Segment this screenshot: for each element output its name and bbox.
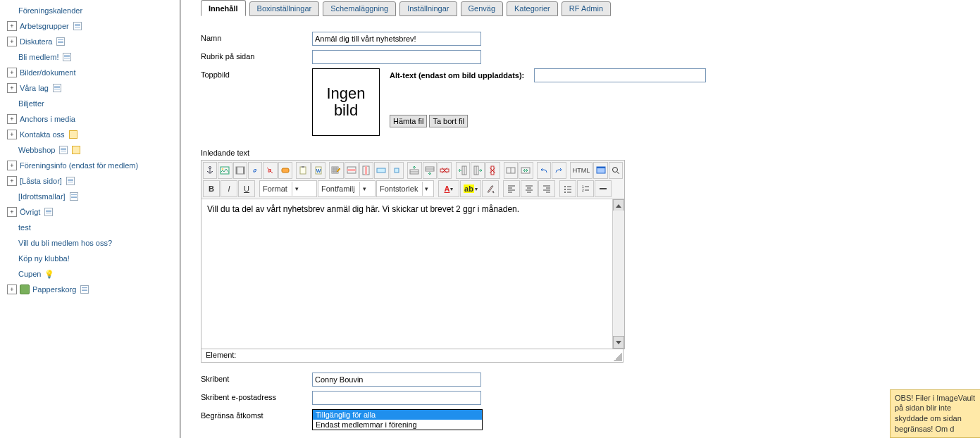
page-icon: [44, 208, 53, 216]
input-rubrik[interactable]: [312, 50, 481, 64]
editor-textarea[interactable]: Vill du ta del av vårt nyhetsbrev anmäl …: [201, 199, 612, 349]
table-edit-icon[interactable]: [329, 162, 343, 179]
resize-handle-icon[interactable]: [614, 353, 622, 361]
tab-boxinställningar[interactable]: Boxinställningar: [249, 1, 320, 16]
access-listbox[interactable]: Tillgänglig för alla Endast medlemmar i …: [312, 409, 483, 430]
film-icon[interactable]: [233, 162, 247, 179]
row-after-icon[interactable]: [423, 162, 437, 179]
delete-col-icon[interactable]: [485, 162, 500, 179]
image-placeholder[interactable]: Ingen bild: [312, 68, 380, 136]
sidebar-item-15[interactable]: Vill du bli medlem hos oss?: [0, 235, 179, 251]
removeformat-icon[interactable]: [482, 180, 499, 197]
col-after-icon[interactable]: [471, 162, 485, 179]
paste-icon[interactable]: [296, 162, 310, 179]
link-button-icon[interactable]: [278, 162, 292, 179]
align-left-icon[interactable]: [503, 180, 520, 197]
textcolor-button[interactable]: A▾: [438, 180, 459, 197]
sidebar-item-8[interactable]: +Kontakta oss: [0, 127, 179, 142]
remove-file-button[interactable]: Ta bort fil: [429, 115, 468, 127]
bold-button[interactable]: B: [203, 180, 220, 197]
number-list-icon[interactable]: 12: [577, 180, 594, 197]
image-icon[interactable]: [218, 162, 232, 179]
split-cell-icon[interactable]: [504, 162, 518, 179]
input-epost[interactable]: [312, 391, 481, 405]
sidebar-item-1[interactable]: +Arbetsgrupper: [0, 18, 179, 34]
sidebar-item-17[interactable]: Cupen💡: [0, 266, 179, 282]
anchor-icon[interactable]: [203, 162, 217, 179]
preview-icon[interactable]: [593, 162, 607, 179]
input-alttext[interactable]: [534, 68, 706, 82]
expand-icon[interactable]: +: [7, 207, 17, 217]
sidebar-item-10[interactable]: +Föreningsinfo (endast för medlem): [0, 158, 179, 173]
delete-row-icon[interactable]: [438, 162, 452, 179]
expand-icon[interactable]: +: [7, 83, 17, 93]
merge-cell-icon[interactable]: [519, 162, 533, 179]
input-skribent[interactable]: [312, 373, 481, 387]
cell-props-icon[interactable]: [390, 162, 404, 179]
sidebar-item-6[interactable]: Biljetter: [0, 96, 179, 111]
col-before-icon[interactable]: [456, 162, 470, 179]
svg-rect-17: [395, 168, 399, 173]
sidebar-item-14[interactable]: test: [0, 220, 179, 235]
sidebar-item-7[interactable]: +Anchors i media: [0, 111, 179, 127]
expand-spacer: [7, 192, 15, 201]
fontsize-select[interactable]: Fontstorlek▾: [376, 180, 434, 197]
access-option-all[interactable]: Tillgänglig för alla: [313, 410, 482, 420]
align-right-icon[interactable]: [538, 180, 555, 197]
sidebar-item-13[interactable]: +Övrigt: [0, 204, 179, 220]
tab-kategorier[interactable]: Kategorier: [507, 1, 558, 16]
sidebar-item-4[interactable]: +Bilder/dokument: [0, 65, 179, 80]
html-button[interactable]: HTML: [570, 162, 593, 179]
expand-icon[interactable]: +: [7, 37, 17, 46]
expand-icon[interactable]: +: [7, 114, 17, 124]
label-skribent: Skribent: [201, 373, 312, 383]
search-icon[interactable]: [609, 162, 623, 179]
hr-icon[interactable]: [595, 180, 612, 197]
expand-spacer: [7, 270, 15, 278]
input-name[interactable]: [312, 32, 481, 46]
expand-icon[interactable]: +: [7, 21, 17, 31]
scroll-down-icon[interactable]: [613, 336, 624, 349]
link-icon[interactable]: [248, 162, 262, 179]
sidebar-item-11[interactable]: +[Låsta sidor]: [0, 173, 179, 189]
table-delete-row-icon[interactable]: [345, 162, 359, 179]
redo-icon[interactable]: [552, 162, 566, 179]
align-center-icon[interactable]: [521, 180, 538, 197]
tab-rf admin[interactable]: RF Admin: [562, 1, 611, 16]
sidebar-item-0[interactable]: Föreningskalender: [0, 3, 179, 18]
unlink-icon[interactable]: [263, 162, 277, 179]
page-icon: [53, 84, 61, 92]
table-delete-col-icon[interactable]: [359, 162, 373, 179]
tab-innehåll[interactable]: Innehåll: [201, 0, 246, 16]
expand-icon[interactable]: +: [7, 284, 17, 294]
paste-word-icon[interactable]: W: [311, 162, 325, 179]
svg-point-30: [564, 189, 566, 190]
tab-inställningar[interactable]: Inställningar: [399, 1, 457, 16]
sidebar-item-9[interactable]: Webbshop: [0, 142, 179, 158]
expand-icon[interactable]: +: [7, 130, 17, 139]
sidebar-item-12[interactable]: [Idrottsmallar]: [0, 189, 179, 204]
bullet-list-icon[interactable]: [559, 180, 576, 197]
format-select[interactable]: Format▾: [259, 180, 317, 197]
sidebar-item-5[interactable]: +Våra lag: [0, 80, 179, 96]
row-before-icon[interactable]: [407, 162, 421, 179]
sidebar-item-3[interactable]: Bli medlem!: [0, 49, 179, 65]
editor-scrollbar[interactable]: [612, 199, 624, 349]
fetch-file-button[interactable]: Hämta fil: [390, 115, 427, 127]
editor-toolbar: W: [201, 161, 624, 199]
row-props-icon[interactable]: [374, 162, 388, 179]
tab-schemaläggning[interactable]: Schemaläggning: [323, 1, 396, 16]
italic-button[interactable]: I: [221, 180, 237, 197]
fontfamily-select[interactable]: Fontfamilj▾: [318, 180, 376, 197]
sidebar-item-2[interactable]: +Diskutera: [0, 34, 179, 49]
expand-icon[interactable]: +: [7, 176, 17, 186]
expand-icon[interactable]: +: [7, 161, 17, 170]
underline-button[interactable]: U: [238, 180, 255, 197]
highlight-button[interactable]: ab▾: [460, 180, 481, 197]
sidebar-item-16[interactable]: Köp ny klubba!: [0, 251, 179, 266]
sidebar-item-18[interactable]: +Papperskorg: [0, 282, 179, 297]
undo-icon[interactable]: [537, 162, 551, 179]
expand-icon[interactable]: +: [7, 68, 17, 77]
access-option-members[interactable]: Endast medlemmar i förening: [313, 420, 482, 430]
tab-genväg[interactable]: Genväg: [461, 1, 504, 16]
